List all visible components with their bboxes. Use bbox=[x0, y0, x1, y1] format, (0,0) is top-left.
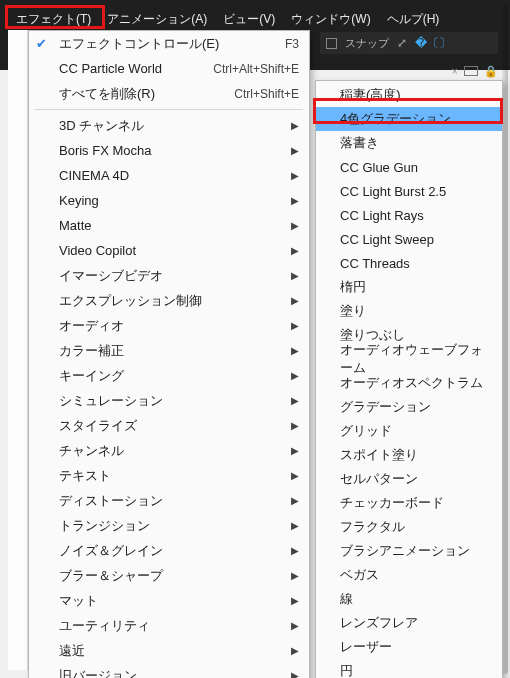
menu-item-label: Video Copilot bbox=[59, 243, 291, 258]
submenu-item[interactable]: スポイト塗り bbox=[316, 443, 502, 467]
submenu-arrow-icon: ▶ bbox=[291, 420, 299, 431]
menu-category-item[interactable]: チャンネル▶ bbox=[29, 438, 309, 463]
submenu-arrow-icon: ▶ bbox=[291, 545, 299, 556]
menu-item-last-effect[interactable]: CC Particle World Ctrl+Alt+Shift+E bbox=[29, 56, 309, 81]
menu-category-item[interactable]: トランジション▶ bbox=[29, 513, 309, 538]
menu-category-item[interactable]: マット▶ bbox=[29, 588, 309, 613]
menu-item-label: カラー補正 bbox=[59, 342, 291, 360]
tab-lock-icon[interactable]: 🔒 bbox=[484, 65, 498, 78]
submenu-item[interactable]: セルパターン bbox=[316, 467, 502, 491]
generate-submenu: 稲妻(高度)4色グラデーション落書きCC Glue GunCC Light Bu… bbox=[315, 80, 503, 678]
submenu-item[interactable]: 稲妻(高度) bbox=[316, 83, 502, 107]
submenu-item[interactable]: CC Light Rays bbox=[316, 203, 502, 227]
submenu-item[interactable]: CC Glue Gun bbox=[316, 155, 502, 179]
menu-item-label: ノイズ＆グレイン bbox=[59, 542, 291, 560]
submenu-item[interactable]: レンズフレア bbox=[316, 611, 502, 635]
dropdown-gutter bbox=[8, 30, 28, 670]
menu-category-item[interactable]: オーディオ▶ bbox=[29, 313, 309, 338]
submenu-item[interactable]: 4色グラデーション bbox=[316, 107, 502, 131]
menu-category-item[interactable]: キーイング▶ bbox=[29, 363, 309, 388]
menu-category-item[interactable]: カラー補正▶ bbox=[29, 338, 309, 363]
menu-item-label: スタイライズ bbox=[59, 417, 291, 435]
menu-category-item[interactable]: ブラー＆シャープ▶ bbox=[29, 563, 309, 588]
menu-item-label: 旧バージョン bbox=[59, 667, 291, 679]
submenu-item[interactable]: オーディオウェーブフォーム bbox=[316, 347, 502, 371]
menu-category-item[interactable]: Boris FX Mocha▶ bbox=[29, 138, 309, 163]
menu-item-label: Boris FX Mocha bbox=[59, 143, 291, 158]
submenu-item[interactable]: チェッカーボード bbox=[316, 491, 502, 515]
submenu-arrow-icon: ▶ bbox=[291, 195, 299, 206]
menu-item-label: ディストーション bbox=[59, 492, 291, 510]
submenu-item[interactable]: レーザー bbox=[316, 635, 502, 659]
menu-category-item[interactable]: シミュレーション▶ bbox=[29, 388, 309, 413]
tab-panel-icon[interactable] bbox=[464, 66, 478, 76]
submenu-arrow-icon: ▶ bbox=[291, 120, 299, 131]
menu-animation[interactable]: アニメーション(A) bbox=[99, 8, 215, 31]
submenu-arrow-icon: ▶ bbox=[291, 145, 299, 156]
menu-item-label: ユーティリティ bbox=[59, 617, 291, 635]
submenu-item[interactable]: ベガス bbox=[316, 563, 502, 587]
submenu-item[interactable]: CC Light Burst 2.5 bbox=[316, 179, 502, 203]
menu-item-shortcut: F3 bbox=[285, 37, 299, 51]
submenu-arrow-icon: ▶ bbox=[291, 220, 299, 231]
menu-item-label: Matte bbox=[59, 218, 291, 233]
check-icon: ✔ bbox=[36, 36, 47, 51]
effect-menu-dropdown: ✔ エフェクトコントロール(E) F3 CC Particle World Ct… bbox=[28, 30, 310, 678]
menu-category-item[interactable]: CINEMA 4D▶ bbox=[29, 163, 309, 188]
submenu-item[interactable]: ブラシアニメーション bbox=[316, 539, 502, 563]
menu-category-item[interactable]: イマーシブビデオ▶ bbox=[29, 263, 309, 288]
submenu-item[interactable]: グラデーション bbox=[316, 395, 502, 419]
menu-category-item[interactable]: Matte▶ bbox=[29, 213, 309, 238]
submenu-item[interactable]: 塗り bbox=[316, 299, 502, 323]
menu-category-item[interactable]: Keying▶ bbox=[29, 188, 309, 213]
menu-category-item[interactable]: 遠近▶ bbox=[29, 638, 309, 663]
submenu-arrow-icon: ▶ bbox=[291, 670, 299, 678]
submenu-arrow-icon: ▶ bbox=[291, 445, 299, 456]
menu-item-label: トランジション bbox=[59, 517, 291, 535]
menu-window[interactable]: ウィンドウ(W) bbox=[283, 8, 378, 31]
menu-category-item[interactable]: ノイズ＆グレイン▶ bbox=[29, 538, 309, 563]
menu-category-item[interactable]: Video Copilot▶ bbox=[29, 238, 309, 263]
snap-checkbox[interactable] bbox=[326, 38, 337, 49]
menu-item-label: CINEMA 4D bbox=[59, 168, 291, 183]
menu-item-label: 遠近 bbox=[59, 642, 291, 660]
submenu-item[interactable]: CC Threads bbox=[316, 251, 502, 275]
menu-item-label: エクスプレッション制御 bbox=[59, 292, 291, 310]
menu-category-item[interactable]: ディストーション▶ bbox=[29, 488, 309, 513]
menu-help[interactable]: ヘルプ(H) bbox=[379, 8, 448, 31]
submenu-arrow-icon: ▶ bbox=[291, 170, 299, 181]
submenu-item[interactable]: フラクタル bbox=[316, 515, 502, 539]
submenu-item[interactable]: 落書き bbox=[316, 131, 502, 155]
menu-item-label: オーディオ bbox=[59, 317, 291, 335]
snap-label: スナップ bbox=[345, 36, 389, 51]
submenu-item[interactable]: 線 bbox=[316, 587, 502, 611]
menu-category-item[interactable]: 旧バージョン▶ bbox=[29, 663, 309, 678]
menu-category-item[interactable]: テキスト▶ bbox=[29, 463, 309, 488]
submenu-arrow-icon: ▶ bbox=[291, 495, 299, 506]
menu-item-effect-controls[interactable]: ✔ エフェクトコントロール(E) F3 bbox=[29, 31, 309, 56]
menu-item-label: テキスト bbox=[59, 467, 291, 485]
menu-category-item[interactable]: スタイライズ▶ bbox=[29, 413, 309, 438]
menu-item-label: 3D チャンネル bbox=[59, 117, 291, 135]
submenu-arrow-icon: ▶ bbox=[291, 370, 299, 381]
brackets-icon[interactable]: �〔〕 bbox=[415, 35, 451, 52]
menu-category-item[interactable]: ユーティリティ▶ bbox=[29, 613, 309, 638]
menu-item-label: すべてを削除(R) bbox=[59, 85, 234, 103]
submenu-item[interactable]: 楕円 bbox=[316, 275, 502, 299]
submenu-arrow-icon: ▶ bbox=[291, 345, 299, 356]
menu-effect[interactable]: エフェクト(T) bbox=[8, 8, 99, 31]
submenu-arrow-icon: ▶ bbox=[291, 245, 299, 256]
menu-category-item[interactable]: 3D チャンネル▶ bbox=[29, 113, 309, 138]
menu-view[interactable]: ビュー(V) bbox=[215, 8, 283, 31]
tab-close-icon[interactable]: × bbox=[452, 65, 458, 77]
menu-item-remove-all[interactable]: すべてを削除(R) Ctrl+Shift+E bbox=[29, 81, 309, 106]
submenu-item[interactable]: グリッド bbox=[316, 419, 502, 443]
submenu-arrow-icon: ▶ bbox=[291, 295, 299, 306]
submenu-item[interactable]: CC Light Sweep bbox=[316, 227, 502, 251]
menu-category-item[interactable]: エクスプレッション制御▶ bbox=[29, 288, 309, 313]
menu-item-label: エフェクトコントロール(E) bbox=[59, 35, 285, 53]
submenu-item[interactable]: オーディオスペクトラム bbox=[316, 371, 502, 395]
submenu-arrow-icon: ▶ bbox=[291, 620, 299, 631]
submenu-item[interactable]: 円 bbox=[316, 659, 502, 678]
expand-icon[interactable]: ⤢ bbox=[397, 36, 407, 50]
